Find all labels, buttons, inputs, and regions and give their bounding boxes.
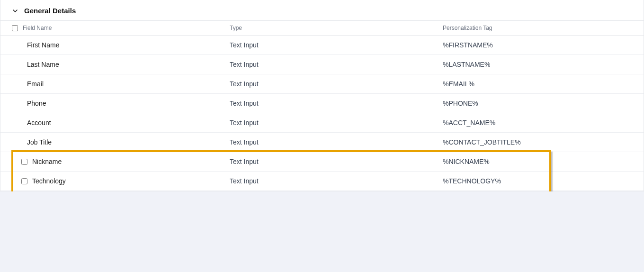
type-cell: Text Input — [230, 138, 443, 146]
field-name-cell: Technology — [32, 177, 66, 185]
field-name-cell: Account — [27, 119, 51, 127]
section-header[interactable]: General Details — [0, 0, 644, 20]
personalization-tag-cell: %FIRSTNAME% — [443, 41, 632, 49]
type-cell: Text Input — [230, 100, 443, 107]
general-details-panel: General Details Field Name Type Personal… — [0, 0, 644, 191]
header-field-name: Field Name — [23, 25, 52, 31]
personalization-tag-cell: %NICKNAME% — [443, 158, 632, 165]
select-all-checkbox[interactable] — [12, 25, 18, 31]
field-name-cell: Phone — [27, 100, 46, 107]
type-cell: Text Input — [230, 158, 443, 165]
table-header: Field Name Type Personalization Tag — [0, 20, 644, 36]
personalization-tag-cell: %EMAIL% — [443, 80, 632, 88]
table-row[interactable]: EmailText Input%EMAIL% — [0, 74, 644, 94]
table-row[interactable]: First NameText Input%FIRSTNAME% — [0, 36, 644, 55]
personalization-tag-cell: %CONTACT_JOBTITLE% — [443, 138, 632, 146]
chevron-down-icon — [12, 8, 18, 14]
field-name-cell: Email — [27, 80, 44, 88]
header-type: Type — [230, 25, 443, 31]
type-cell: Text Input — [230, 61, 443, 68]
type-cell: Text Input — [230, 177, 443, 185]
row-checkbox[interactable] — [21, 178, 27, 184]
table-row[interactable]: AccountText Input%ACCT_NAME% — [0, 113, 644, 133]
type-cell: Text Input — [230, 119, 443, 127]
field-name-cell: Job Title — [27, 138, 52, 146]
table-row[interactable]: TechnologyText Input%TECHNOLOGY% — [0, 172, 644, 191]
row-checkbox[interactable] — [21, 159, 27, 165]
table-row[interactable]: Job TitleText Input%CONTACT_JOBTITLE% — [0, 133, 644, 152]
type-cell: Text Input — [230, 80, 443, 88]
personalization-tag-cell: %LASTNAME% — [443, 61, 632, 68]
table-body: First NameText Input%FIRSTNAME%Last Name… — [0, 36, 644, 191]
field-name-cell: Nickname — [32, 158, 62, 165]
personalization-tag-cell: %PHONE% — [443, 100, 632, 107]
header-personalization-tag: Personalization Tag — [443, 25, 632, 31]
field-name-cell: First Name — [27, 41, 59, 49]
table-row[interactable]: Last NameText Input%LASTNAME% — [0, 55, 644, 74]
table-row[interactable]: NicknameText Input%NICKNAME% — [0, 152, 644, 172]
table-row[interactable]: PhoneText Input%PHONE% — [0, 94, 644, 113]
type-cell: Text Input — [230, 41, 443, 49]
field-name-cell: Last Name — [27, 61, 59, 68]
personalization-tag-cell: %ACCT_NAME% — [443, 119, 632, 127]
section-title: General Details — [24, 7, 76, 15]
personalization-tag-cell: %TECHNOLOGY% — [443, 177, 632, 185]
